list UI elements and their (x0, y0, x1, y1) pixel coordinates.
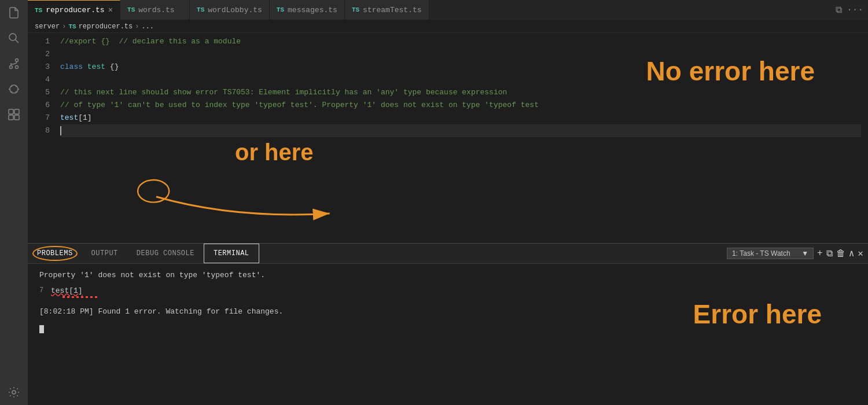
panel-code-block: 7 test[1] (39, 286, 856, 298)
trash-icon[interactable]: 🗑 (836, 248, 845, 259)
activity-bar (0, 0, 28, 405)
scrollbar[interactable] (861, 33, 868, 243)
add-panel-icon[interactable]: + (817, 248, 823, 259)
code-line-7: test[1] (60, 112, 861, 124)
close-tab-icon[interactable]: × (108, 6, 113, 15)
tab-problems-label: PROBLEMS (37, 249, 73, 257)
panel-tab-actions: 1: Task - TS Watch ▼ + ⧉ 🗑 ∧ ✕ (722, 244, 868, 263)
panel-tabs: PROBLEMS OUTPUT DEBUG CONSOLE TERMINAL 1… (28, 244, 868, 264)
svg-point-0 (9, 34, 16, 41)
line-numbers: 1 2 3 4 5 6 7 8 (28, 33, 56, 243)
terminal-cursor (39, 325, 44, 333)
source-control-icon[interactable] (6, 56, 22, 72)
timestamp: [8:02:18 PM] Found 1 error. Watching for… (39, 307, 856, 316)
collapse-icon[interactable]: ∧ (849, 248, 855, 259)
code-line-1: //export {} // declare this as a module (60, 35, 861, 48)
tab-output[interactable]: OUTPUT (82, 244, 127, 263)
tab-words-label: words.ts (138, 6, 174, 14)
tab-wordlobby[interactable]: TS wordLobby.ts (190, 0, 270, 20)
svg-rect-10 (14, 115, 19, 120)
tab-reproducer[interactable]: TS reproducer.ts × (28, 0, 120, 20)
tab-debug-label: DEBUG CONSOLE (137, 249, 194, 257)
svg-point-4 (16, 66, 19, 69)
breadcrumb-ellipsis[interactable]: ... (141, 23, 154, 31)
code-line-5: // this next line should show error TS70… (60, 86, 861, 99)
svg-point-11 (12, 391, 16, 394)
ts-icon: TS (35, 7, 42, 14)
text-cursor (60, 126, 61, 135)
svg-rect-9 (9, 115, 13, 120)
tab-streamtest-label: streamTest.ts (363, 6, 421, 14)
comment-5: // this next line should show error TS70… (60, 86, 507, 99)
tab-output-label: OUTPUT (91, 249, 118, 257)
more-actions-icon[interactable]: ··· (847, 5, 863, 15)
code-line-6: // of type '1' can't be used to index ty… (60, 99, 861, 112)
panel-area: PROBLEMS OUTPUT DEBUG CONSOLE TERMINAL 1… (28, 243, 868, 405)
breadcrumb-sep1: › (62, 23, 66, 31)
tab-spacer (429, 0, 832, 20)
code-line-2 (60, 48, 861, 61)
breadcrumb-ts-icon: TS (68, 23, 76, 30)
tab-actions: ⧉ ··· (831, 0, 868, 20)
tab-words[interactable]: TS words.ts (120, 0, 190, 20)
extensions-icon[interactable] (6, 106, 22, 123)
code-test: test (60, 112, 78, 124)
tab-messages-label: messages.ts (288, 6, 337, 14)
code-line-3: class test {} (60, 61, 861, 73)
split-editor-icon[interactable]: ⧉ (836, 5, 842, 16)
ts-icon: TS (352, 6, 359, 13)
close-panel-icon[interactable]: ✕ (858, 248, 863, 259)
red-squiggle-bar (62, 296, 97, 298)
panel-content: Property '1' does not exist on type 'typ… (28, 264, 868, 405)
tab-terminal[interactable]: TERMINAL (204, 244, 259, 263)
tab-problems[interactable]: PROBLEMS (28, 244, 82, 263)
search-icon[interactable] (6, 30, 22, 46)
tab-messages[interactable]: TS messages.ts (270, 0, 345, 20)
chevron-down-icon: ▼ (801, 249, 808, 257)
settings-icon[interactable] (6, 384, 22, 400)
editor-area: 1 2 3 4 5 6 7 8 //export {} // declare t… (28, 33, 868, 243)
svg-point-2 (10, 66, 13, 69)
code-line-8 (60, 124, 861, 137)
keyword-class: class (60, 61, 87, 73)
panel-error-code: test[1] (51, 286, 83, 295)
ts-icon: TS (197, 6, 204, 13)
class-body: {} (110, 61, 119, 73)
svg-point-13 (138, 180, 169, 203)
comment-6: // of type '1' can't be used to index ty… (60, 99, 539, 112)
breadcrumb-filename[interactable]: reproducer.ts (79, 23, 133, 31)
tab-bar: TS reproducer.ts × TS words.ts TS wordLo… (28, 0, 868, 20)
svg-rect-7 (9, 109, 13, 114)
error-message: Property '1' does not exist on type 'typ… (39, 271, 856, 279)
tab-wordlobby-label: wordLobby.ts (208, 6, 262, 14)
debug-icon[interactable] (6, 81, 22, 97)
svg-point-3 (16, 59, 19, 62)
breadcrumb: server › TS reproducer.ts › ... (28, 20, 868, 33)
breadcrumb-sep2: › (135, 23, 139, 31)
tab-streamtest[interactable]: TS streamTest.ts (345, 0, 429, 20)
code-bracket: [1] (78, 112, 91, 124)
tab-reproducer-label: reproducer.ts (46, 6, 104, 14)
code-line-4 (60, 73, 861, 86)
task-label: 1: Task - TS Watch (732, 249, 790, 257)
tab-terminal-label: TERMINAL (214, 249, 249, 257)
comment-1: //export {} // declare this as a module (60, 35, 241, 48)
class-name: test (87, 61, 110, 73)
code-content[interactable]: //export {} // declare this as a module … (56, 33, 861, 243)
svg-line-1 (16, 40, 19, 43)
panel-line-num: 7 (39, 286, 46, 294)
split-panel-icon[interactable]: ⧉ (826, 248, 833, 259)
svg-rect-8 (14, 109, 19, 114)
ts-icon: TS (127, 6, 135, 13)
annotation-or-here: or here (235, 146, 314, 159)
tab-debug-console[interactable]: DEBUG CONSOLE (127, 244, 204, 263)
ts-icon: TS (277, 6, 284, 13)
task-dropdown[interactable]: 1: Task - TS Watch ▼ (727, 248, 814, 259)
main-content: TS reproducer.ts × TS words.ts TS wordLo… (28, 0, 868, 405)
breadcrumb-server[interactable]: server (35, 23, 60, 31)
panel-tab-spacer (259, 244, 723, 263)
files-icon[interactable] (6, 5, 22, 21)
